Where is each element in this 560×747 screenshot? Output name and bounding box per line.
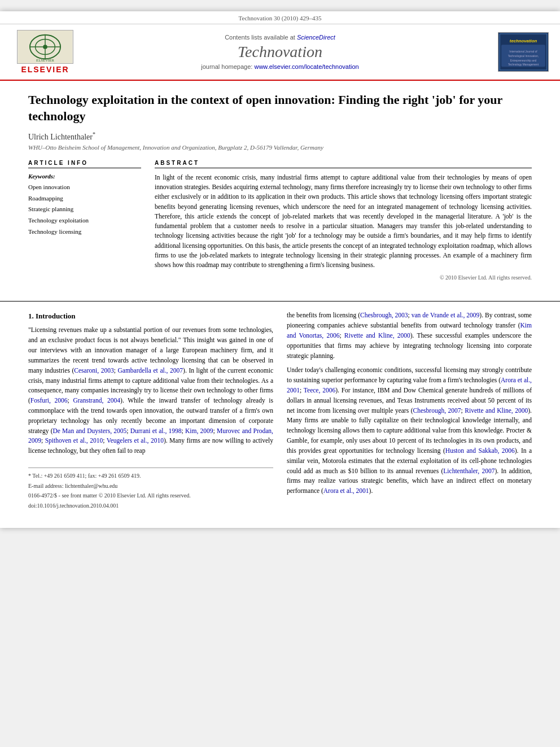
footnote-doi: doi:10.1016/j.technovation.2010.04.001 xyxy=(28,501,273,510)
article-info-col: ARTICLE INFO Keywords: Open innovation R… xyxy=(28,160,141,281)
ref-lichtenthaler2007[interactable]: Lichtenthaler, 2007 xyxy=(443,468,495,474)
ref-arora2001b[interactable]: Arora et al., 2001 xyxy=(323,487,369,494)
abstract-text: In light of the recent economic crisis, … xyxy=(155,173,532,270)
ref-veugelers[interactable]: Veugelers et al., 2010 xyxy=(107,437,164,444)
copyright-line: © 2010 Elsevier Ltd. All rights reserved… xyxy=(155,274,532,281)
keyword-5: Technology licensing xyxy=(28,226,141,238)
article-title: Technology exploitation in the context o… xyxy=(28,92,532,124)
ref-vandevrande[interactable]: van de Vrande et al., 2009 xyxy=(412,312,480,318)
footnote-section: * Tel.: +49 261 6509 411; fax: +49 261 6… xyxy=(28,468,273,510)
ref-teece[interactable]: Teece, 2006 xyxy=(304,387,335,394)
keyword-4: Technology exploitation xyxy=(28,215,141,226)
homepage-label: journal homepage: xyxy=(201,63,252,70)
citation-bar: Technovation 30 (2010) 429–435 xyxy=(0,11,560,24)
author-sup: * xyxy=(93,131,95,137)
svg-text:International Journal of: International Journal of xyxy=(509,50,537,53)
contents-label: Contents lists available at xyxy=(225,34,295,41)
section-divider xyxy=(0,301,560,302)
body-columns: 1. Introduction "Licensing revenues make… xyxy=(28,311,532,511)
article-info-label: ARTICLE INFO xyxy=(28,160,141,168)
svg-text:Technological Innovation,: Technological Innovation, xyxy=(508,55,539,58)
footnote-email: E-mail address: lichtenthaler@whu.edu xyxy=(28,482,273,491)
intro-body: "Licensing revenues make up a substantia… xyxy=(28,325,273,456)
ref-granstrand[interactable]: Granstrand, 2004 xyxy=(73,397,120,404)
ref-rivette2[interactable]: Rivette and Kline, 2000 xyxy=(465,407,528,414)
journal-title-area: Contents lists available at ScienceDirec… xyxy=(79,34,481,70)
author-name: Ulrich Lichtenthaler* xyxy=(28,131,532,142)
elsevier-image: ELSEVIER xyxy=(17,30,73,64)
ref-fosfuri[interactable]: Fosfuri, 2006 xyxy=(30,397,68,404)
svg-text:Entrepreneurship and: Entrepreneurship and xyxy=(510,59,537,62)
ref-chesbrough-2007[interactable]: Chesbrough, 2007 xyxy=(413,407,461,414)
right-para2: Under today's challenging economic condi… xyxy=(287,365,532,496)
journal-homepage: journal homepage: www.elsevier.com/locat… xyxy=(79,63,481,70)
keywords-label: Keywords: xyxy=(28,173,141,180)
footnote-issn: 0166-4972/$ - see front matter © 2010 El… xyxy=(28,491,273,500)
author-text: Ulrich Lichtenthaler xyxy=(28,133,93,141)
ref-rivette[interactable]: Rivette and Kline, 2000 xyxy=(344,332,410,339)
journal-cover: technovation International Journal of Te… xyxy=(498,32,549,72)
abstract-label: ABSTRACT xyxy=(155,160,532,168)
ref-deman[interactable]: De Man and Duysters, 2005 xyxy=(53,427,126,434)
keyword-3: Strategic planning xyxy=(28,204,141,215)
elsevier-wordmark: ELSEVIER xyxy=(21,65,69,74)
page: Technovation 30 (2010) 429–435 ELSEVIER xyxy=(0,11,560,528)
intro-heading: 1. Introduction xyxy=(28,311,273,322)
main-body: 1. Introduction "Licensing revenues make… xyxy=(0,311,560,528)
publisher-logo-area: ELSEVIER ELSEVIER xyxy=(11,30,79,74)
journal-title: Technovation xyxy=(79,43,481,61)
ref-spithoven[interactable]: Spithoven et al., 2010 xyxy=(45,437,103,444)
ref-durrani[interactable]: Durrani et al., 1998 xyxy=(130,427,182,434)
ref-cesaroni[interactable]: Cesaroni, 2003 xyxy=(74,367,113,374)
article-info-abstract: ARTICLE INFO Keywords: Open innovation R… xyxy=(28,160,532,281)
cover-image-area: technovation International Journal of Te… xyxy=(481,32,549,72)
elsevier-logo: ELSEVIER ELSEVIER xyxy=(11,30,79,74)
author-affiliation: WHU–Otto Beisheim School of Management, … xyxy=(28,144,532,151)
intro-para1: "Licensing revenues make up a substantia… xyxy=(28,325,273,456)
keyword-1: Open innovation xyxy=(28,182,141,193)
journal-header: ELSEVIER ELSEVIER Contents lists availab… xyxy=(0,24,560,81)
ref-huston[interactable]: Huston and Sakkab, 2006 xyxy=(445,447,515,454)
ref-chesbrough-2003[interactable]: Chesbrough, 2003 xyxy=(360,312,408,318)
ref-kim[interactable]: Kim, 2009 xyxy=(185,427,213,434)
homepage-link[interactable]: www.elsevier.com/locate/technovation xyxy=(254,63,358,70)
keyword-2: Roadmapping xyxy=(28,193,141,204)
right-body-text: the benefits from licensing (Chesbrough,… xyxy=(287,311,532,496)
body-right-col: the benefits from licensing (Chesbrough,… xyxy=(287,311,532,511)
keywords-list: Open innovation Roadmapping Strategic pl… xyxy=(28,182,141,238)
svg-text:technovation: technovation xyxy=(510,38,537,43)
article-header: Technology exploitation in the context o… xyxy=(0,81,560,292)
svg-text:ELSEVIER: ELSEVIER xyxy=(36,58,54,62)
svg-text:Technology Management: Technology Management xyxy=(508,63,539,66)
sciencedirect-link[interactable]: ScienceDirect xyxy=(297,34,335,41)
citation-text: Technovation 30 (2010) 429–435 xyxy=(239,15,322,21)
sciencedirect-line: Contents lists available at ScienceDirec… xyxy=(79,34,481,41)
svg-point-5 xyxy=(43,45,47,49)
body-left-col: 1. Introduction "Licensing revenues make… xyxy=(28,311,273,511)
ref-gambardella[interactable]: Gambardella et al., 2007 xyxy=(118,367,183,374)
right-para1: the benefits from licensing (Chesbrough,… xyxy=(287,311,532,361)
abstract-col: ABSTRACT In light of the recent economic… xyxy=(155,160,532,281)
footnote-tel: * Tel.: +49 261 6509 411; fax: +49 261 6… xyxy=(28,471,273,480)
